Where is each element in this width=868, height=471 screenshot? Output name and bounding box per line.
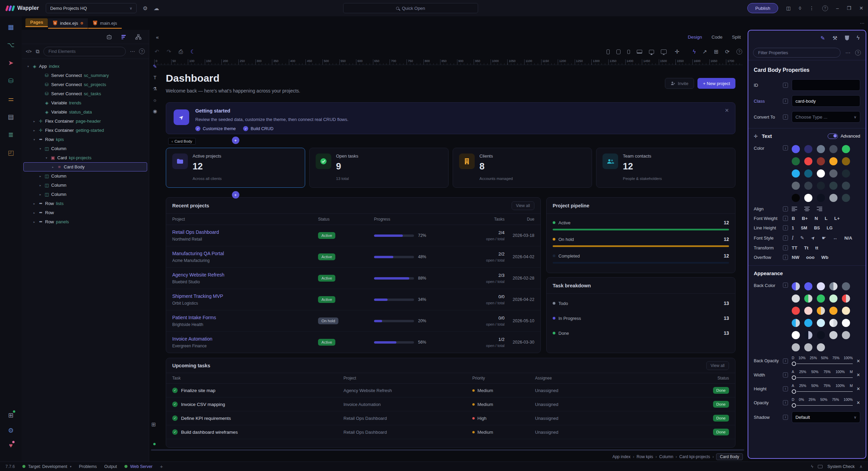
info-icon[interactable]: i <box>783 145 788 150</box>
back-color-swatch[interactable] <box>804 343 812 351</box>
tree-item[interactable]: ▾ ••• Row kpis <box>23 135 147 144</box>
tree-caret-icon[interactable]: ▸ <box>32 129 37 132</box>
kebab-menu-icon[interactable]: ⋮ <box>809 5 814 11</box>
kpi-card-clients[interactable]: Clients 8 Accounts managed <box>453 148 592 188</box>
project-row[interactable]: Shipment Tracking MVP Orbit Logistics Ac… <box>166 289 540 310</box>
tab-design[interactable]: Design <box>688 35 702 40</box>
color-swatch[interactable] <box>829 157 837 165</box>
tree-caret-icon[interactable]: ▸ <box>32 211 37 214</box>
hand-gesture-icon[interactable]: ☛ <box>822 235 826 241</box>
new-project-button[interactable]: + New project <box>697 78 735 89</box>
horizontal-scrollbar[interactable] <box>151 449 744 451</box>
back-color-swatch[interactable] <box>842 282 850 290</box>
database-icon[interactable]: ⛁ <box>8 77 14 85</box>
structure-list-icon[interactable] <box>121 35 126 39</box>
clear-icon[interactable]: ✕ <box>853 372 860 377</box>
color-swatch[interactable] <box>829 194 837 202</box>
ai-assistant-robot-icon[interactable] <box>106 34 112 40</box>
more-icon[interactable]: ⋯ <box>860 20 865 26</box>
device-desktop-large-icon[interactable] <box>661 49 667 54</box>
scale-tick-label[interactable]: 50% <box>820 397 827 402</box>
project-selector[interactable]: Demo Projects HQ ∨ <box>46 3 137 13</box>
tree-item[interactable]: ⛁ Server Connect sc_projects <box>23 80 147 89</box>
device-desktop-icon[interactable] <box>649 50 654 54</box>
tree-caret-icon[interactable]: ▸ <box>32 202 37 205</box>
color-swatch[interactable] <box>842 169 850 178</box>
tree-item[interactable]: ▸ ••• Row lists <box>23 199 147 208</box>
scale-tick-label[interactable]: 75% <box>824 384 831 388</box>
info-icon[interactable]: i <box>783 400 788 405</box>
tree-item[interactable]: ▸ ••• Row panels <box>23 217 147 226</box>
italic-icon[interactable]: I <box>792 235 793 241</box>
slider-knob[interactable] <box>792 375 796 380</box>
scale-tick-label[interactable]: 50% <box>811 384 818 388</box>
back-color-swatch[interactable] <box>842 294 850 303</box>
tab-pages[interactable]: Pages <box>25 18 48 27</box>
color-swatch[interactable] <box>804 157 812 165</box>
shadow-select[interactable]: Default ∨ <box>792 411 860 423</box>
info-icon[interactable]: i <box>783 115 788 120</box>
transform-option[interactable]: TT <box>792 245 797 250</box>
tree-caret-icon[interactable]: ▸ <box>38 184 43 187</box>
info-icon[interactable]: i <box>783 283 788 288</box>
advanced-toggle[interactable] <box>828 134 838 139</box>
slider-knob[interactable] <box>792 403 796 408</box>
font-weight-option[interactable]: B <box>792 216 795 221</box>
breadcrumb-segment[interactable]: Row kpis <box>637 454 653 459</box>
theme-droplet-icon[interactable]: ◊ <box>799 5 801 11</box>
back-color-swatch[interactable] <box>792 294 800 303</box>
css-styles-icon[interactable] <box>845 36 849 41</box>
back-color-swatch[interactable] <box>817 343 825 351</box>
screenshot-camera-icon[interactable]: ⎙ <box>179 49 183 55</box>
clear-icon[interactable]: ✕ <box>853 400 860 405</box>
color-swatch[interactable] <box>817 157 825 165</box>
tree-item[interactable]: ▸ ≡ Card Body <box>23 162 147 171</box>
back-color-swatch[interactable] <box>817 331 825 339</box>
share-export-icon[interactable]: ↗ <box>703 48 707 55</box>
code-view-icon[interactable]: </> <box>26 49 32 54</box>
scale-tick-label[interactable]: M <box>850 384 853 388</box>
tree-item[interactable]: ▾ ◫ Column <box>23 144 147 153</box>
window-restore-icon[interactable]: ❒ <box>847 5 851 11</box>
back-color-swatch[interactable] <box>792 282 800 290</box>
collapse-panel-icon[interactable]: « <box>156 34 159 40</box>
transform-option[interactable]: Tt <box>804 245 809 250</box>
add-panel-icon[interactable]: + <box>160 464 163 469</box>
color-swatch[interactable] <box>792 157 800 165</box>
back-color-swatch[interactable] <box>804 331 812 339</box>
project-link[interactable]: Agency Website Refresh <box>172 272 318 278</box>
highlighter-icon[interactable]: ✎ <box>800 235 804 241</box>
slider-knob[interactable] <box>792 362 796 366</box>
banner-check-link[interactable]: ✓ Customize theme <box>195 126 236 131</box>
settings-gear-icon[interactable]: ⚙ <box>143 5 147 12</box>
back-color-swatch[interactable] <box>804 282 812 290</box>
align-center-icon[interactable] <box>804 207 810 211</box>
project-link[interactable]: Invoice Automation <box>172 336 318 342</box>
clear-icon[interactable]: ✕ <box>853 359 860 364</box>
scale-tick-label[interactable]: 25% <box>799 384 806 388</box>
back-color-swatch[interactable] <box>817 282 825 290</box>
color-swatch[interactable] <box>842 182 850 190</box>
clear-icon[interactable]: ✕ <box>853 386 860 391</box>
back-color-swatch[interactable] <box>829 294 837 303</box>
quick-open-button[interactable]: Quick Open <box>343 3 478 13</box>
scale-tick-label[interactable]: 25% <box>810 356 817 360</box>
publish-button[interactable]: Publish <box>747 3 778 13</box>
device-phone-icon[interactable] <box>607 49 610 54</box>
scale-tick-label[interactable]: D <box>792 356 794 360</box>
back-color-swatch[interactable] <box>842 319 850 327</box>
info-icon[interactable]: i <box>783 359 788 364</box>
design-tools-icon[interactable]: ⚒ <box>832 35 837 41</box>
tree-item[interactable]: ▸ ✛ Flex Container getting-started <box>23 126 147 135</box>
scale-tick-label[interactable]: 100% <box>836 384 845 388</box>
text-width-icon[interactable]: ↔ <box>833 235 837 241</box>
find-elements-input[interactable] <box>43 47 126 56</box>
scale-tick-label[interactable]: M <box>850 370 853 374</box>
color-swatch[interactable] <box>829 145 837 153</box>
cloud-deploy-icon[interactable]: ☁ <box>154 5 159 12</box>
tree-caret-icon[interactable]: ▸ <box>38 193 43 196</box>
device-laptop-icon[interactable] <box>637 50 642 54</box>
back-color-swatch[interactable] <box>792 331 800 339</box>
color-swatch[interactable] <box>842 145 850 153</box>
height-slider[interactable] <box>792 389 853 394</box>
